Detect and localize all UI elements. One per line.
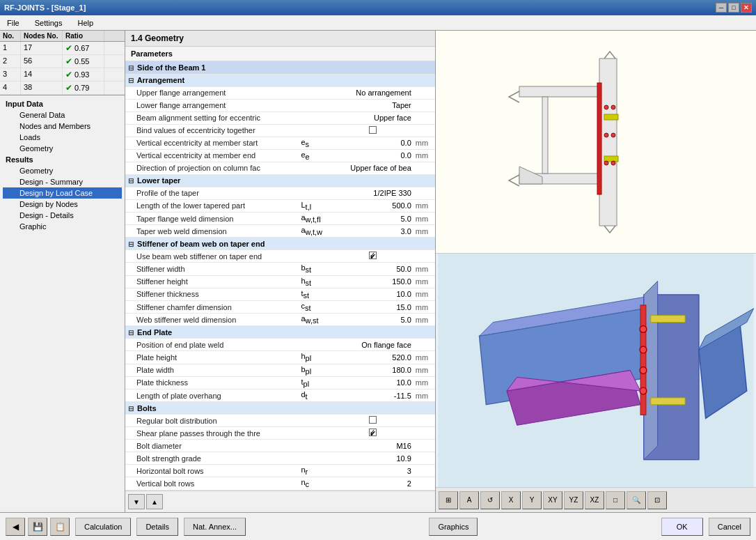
table-row[interactable]: Lower flange arrangement Taper: [125, 99, 435, 111]
collapse-icon[interactable]: ⊟: [128, 177, 134, 185]
save-button[interactable]: 💾: [28, 518, 47, 536]
cancel-button[interactable]: Cancel: [709, 518, 750, 536]
collapse-icon[interactable]: ⊟: [128, 77, 134, 84]
toolbar-btn-zoom[interactable]: 🔍: [627, 491, 646, 509]
prop-sub: bst: [298, 263, 331, 275]
arrow-up-button[interactable]: ▲: [146, 494, 163, 509]
table-row[interactable]: Position of end plate weld On flange fac…: [125, 339, 435, 351]
prop-value: ✔: [331, 250, 414, 263]
toolbar-btn-box[interactable]: □: [606, 491, 625, 509]
sidebar-item-general-data[interactable]: General Data: [3, 109, 122, 121]
table-row[interactable]: Vertical eccentricity at member start es…: [125, 137, 435, 149]
table-row[interactable]: Beam alignment setting for eccentric Upp…: [125, 111, 435, 124]
table-row[interactable]: Plate height hpl 520.0 mm: [125, 351, 435, 364]
checkbox-stiffener[interactable]: ✔: [369, 252, 377, 259]
table-row[interactable]: Stiffener thickness tst 10.0 mm: [125, 288, 435, 300]
minimize-button[interactable]: ─: [716, 3, 727, 13]
tree-group-input[interactable]: Input Data: [3, 98, 122, 109]
calculation-button[interactable]: Calculation: [75, 518, 131, 536]
prop-unit: mm: [414, 376, 435, 389]
prop-unit: mm: [414, 225, 435, 238]
table-row[interactable]: Web stiffener weld dimension aw,st 5.0 m…: [125, 314, 435, 326]
prop-sub: cst: [298, 301, 331, 314]
prop-name: Length of the lower tapered part: [125, 199, 298, 212]
prop-name: Use beam web stiffener on taper end: [125, 250, 298, 263]
collapse-icon[interactable]: ⊟: [128, 64, 134, 72]
table-row[interactable]: Taper flange weld dimension aw,t,fl 5.0 …: [125, 213, 435, 225]
table-row[interactable]: Direction of projection on column fac Up…: [125, 162, 435, 174]
table-row[interactable]: Bolt diameter M16: [125, 440, 435, 452]
sidebar-item-design-details[interactable]: Design - Details: [3, 210, 122, 221]
menu-help[interactable]: Help: [73, 17, 97, 29]
prop-sub: [298, 415, 331, 427]
toolbar-btn-y[interactable]: Y: [522, 491, 542, 509]
sidebar-item-loads[interactable]: Loads: [3, 132, 122, 143]
table-row[interactable]: Use beam web stiffener on taper end ✔: [125, 250, 435, 263]
toolbar-btn-3[interactable]: ↺: [480, 491, 500, 509]
copy-button[interactable]: 📋: [50, 518, 70, 536]
table-row[interactable]: 1 17 ✔ 0.67: [0, 42, 125, 55]
sidebar-item-results-geometry[interactable]: Geometry: [3, 165, 122, 176]
graphics-button[interactable]: Graphics: [429, 518, 478, 536]
table-row[interactable]: Bolt strength grade 10.9: [125, 452, 435, 465]
close-button[interactable]: ✕: [741, 3, 752, 13]
nodes-table: No. Nodes No. Ratio 1 17 ✔ 0.67 2 56 ✔ 0…: [0, 31, 125, 95]
sidebar-item-design-summary[interactable]: Design - Summary: [3, 176, 122, 187]
ok-button[interactable]: OK: [661, 518, 703, 536]
tree-group-results[interactable]: Results: [3, 154, 122, 165]
back-button[interactable]: ◀: [6, 518, 25, 536]
menu-settings[interactable]: Settings: [31, 17, 67, 29]
table-row[interactable]: Length of the lower tapered part Lt,l 50…: [125, 199, 435, 212]
table-row[interactable]: Upper flange arrangement No arrangement: [125, 86, 435, 99]
arrow-down-button[interactable]: ▼: [128, 494, 145, 509]
table-row[interactable]: Horizontal bolt rows nr 3: [125, 465, 435, 477]
table-row[interactable]: Plate width bpl 180.0 mm: [125, 364, 435, 376]
table-row[interactable]: Shear plane passes through the thre ✔: [125, 427, 435, 440]
svg-rect-0: [491, 38, 700, 247]
toolbar-btn-2[interactable]: A: [459, 491, 479, 509]
table-row[interactable]: Length of plate overhang dt -11.5 mm: [125, 389, 435, 401]
table-row[interactable]: Vertical bolt rows nc 2: [125, 477, 435, 490]
checkbox-bind-eccentricity[interactable]: [369, 126, 377, 134]
sidebar-item-design-load-case[interactable]: Design by Load Case: [3, 187, 122, 199]
nat-annex-button[interactable]: Nat. Annex...: [184, 518, 246, 536]
sidebar-item-nodes-members[interactable]: Nodes and Members: [3, 121, 122, 132]
collapse-icon[interactable]: ⊟: [128, 329, 134, 337]
toolbar-btn-xy[interactable]: XY: [543, 491, 562, 509]
toolbar-btn-x[interactable]: X: [501, 491, 521, 509]
table-row[interactable]: Profile of the taper 1/2IPE 330: [125, 187, 435, 199]
table-row[interactable]: Stiffener height hst 150.0 mm: [125, 275, 435, 288]
toolbar-btn-xz[interactable]: XZ: [585, 491, 604, 509]
table-row[interactable]: Vertical eccentricity at member end ee 0…: [125, 149, 435, 162]
checkbox-shear-plane[interactable]: ✔: [369, 429, 377, 436]
toolbar-btn-export[interactable]: ⊡: [647, 491, 667, 509]
toolbar-btn-1[interactable]: ⊞: [439, 491, 458, 509]
table-row[interactable]: Regular bolt distribution: [125, 415, 435, 427]
prop-value: 150.0: [331, 275, 414, 288]
collapse-icon[interactable]: ⊟: [128, 405, 134, 412]
svg-rect-2: [519, 86, 599, 97]
table-row[interactable]: 3 14 ✔ 0.93: [0, 68, 125, 82]
table-row[interactable]: Stiffener width bst 50.0 mm: [125, 263, 435, 275]
maximize-button[interactable]: □: [728, 3, 739, 13]
checkbox-bolt-dist[interactable]: [369, 416, 377, 424]
table-row[interactable]: Taper web weld dimension aw,t,w 3.0 mm: [125, 225, 435, 238]
table-row[interactable]: 2 56 ✔ 0.55: [0, 55, 125, 68]
sidebar-item-design-nodes[interactable]: Design by Nodes: [3, 199, 122, 210]
table-row[interactable]: Plate thickness tpl 10.0 mm: [125, 376, 435, 389]
table-row[interactable]: 4 38 ✔ 0.79: [0, 82, 125, 95]
prop-sub: ee: [298, 149, 331, 162]
toolbar-btn-yz[interactable]: YZ: [564, 491, 583, 509]
prop-name: Vertical bolt rows: [125, 477, 298, 490]
svg-rect-7: [604, 114, 618, 120]
prop-value: ✔: [331, 427, 414, 440]
details-button[interactable]: Details: [136, 518, 178, 536]
sidebar-item-graphic[interactable]: Graphic: [3, 221, 122, 232]
collapse-icon[interactable]: ⊟: [128, 240, 134, 248]
table-row[interactable]: Bind values of eccentricity together: [125, 124, 435, 137]
menu-file[interactable]: File: [3, 17, 24, 29]
sidebar-item-geometry[interactable]: Geometry: [3, 143, 122, 154]
prop-value: 10.9: [331, 452, 414, 465]
svg-point-26: [640, 367, 647, 374]
table-row[interactable]: Stiffener chamfer dimension cst 15.0 mm: [125, 301, 435, 314]
